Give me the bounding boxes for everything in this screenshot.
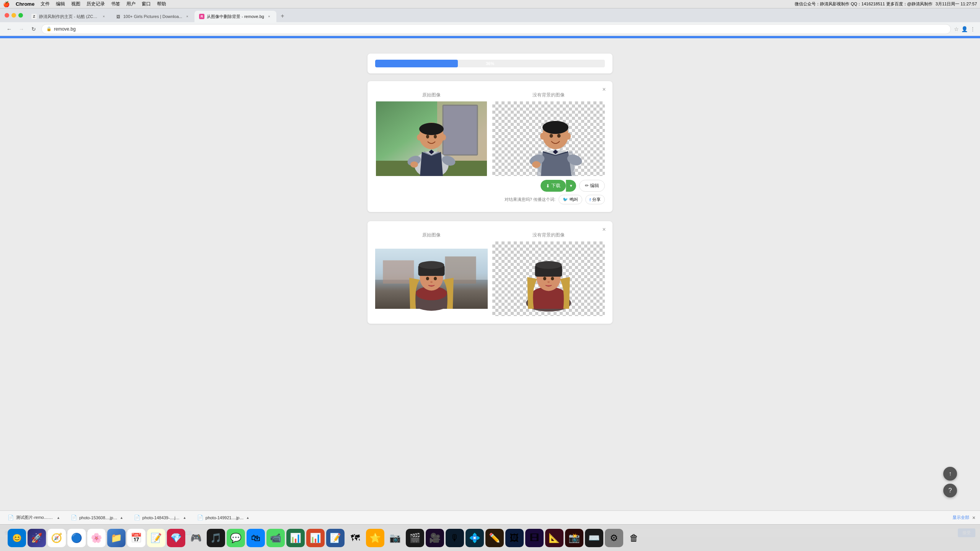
scroll-up-button[interactable]: ↑ <box>943 467 957 481</box>
photoshop-icon: 🖼 <box>510 533 519 543</box>
dock-ppt[interactable]: 📊 <box>306 529 325 547</box>
download-item-3[interactable]: 📄 photo-148439-....jp... ▲ <box>131 513 189 522</box>
card-1-close-button[interactable]: × <box>600 86 608 93</box>
dock-notes[interactable]: 📝 <box>147 529 165 547</box>
forward-button[interactable]: → <box>17 24 26 34</box>
tab-2-close[interactable]: × <box>185 14 190 19</box>
window-maximize[interactable] <box>18 13 23 18</box>
dock-photos[interactable]: 🌸 <box>87 529 106 547</box>
dock-illustrator[interactable]: ✏️ <box>485 529 504 547</box>
dock-systemprefs[interactable]: ⚙ <box>605 529 623 547</box>
dock-trash[interactable]: 🗑 <box>625 529 643 547</box>
indesign-icon: 📐 <box>549 533 560 543</box>
bookmark-icon[interactable]: ☆ <box>954 26 959 32</box>
menu-view[interactable]: 视图 <box>71 1 80 7</box>
svg-point-37 <box>430 281 433 283</box>
dock-quicktime[interactable]: 🎬 <box>406 529 424 547</box>
window-controls <box>5 13 23 18</box>
dock-photoshop[interactable]: 🖼 <box>505 529 524 547</box>
result-card-2: × 原始图像 <box>368 221 612 324</box>
dock-calendar[interactable]: 📅 <box>127 529 145 547</box>
aftereffects-icon: 🎥 <box>429 533 441 543</box>
apple-logo[interactable]: 🍎 <box>3 1 10 7</box>
result-image-section-2: 没有背景的图像 <box>492 232 605 316</box>
dock-aftereffects[interactable]: 🎥 <box>426 529 444 547</box>
dock-word[interactable]: 📝 <box>326 529 345 547</box>
original-image-section-2: 原始图像 <box>375 232 488 316</box>
download-chevron-2[interactable]: ▲ <box>120 516 123 520</box>
dock-indesign[interactable]: 📐 <box>545 529 564 547</box>
progress-bar-fill <box>375 60 458 67</box>
edit-button[interactable]: ✏ 编辑 <box>579 180 605 192</box>
extension-icon[interactable]: ⋮ <box>970 26 975 32</box>
gem-icon: 💎 <box>170 533 182 543</box>
menu-user[interactable]: 用户 <box>126 1 136 7</box>
dock-camera[interactable]: 📷 <box>386 529 404 547</box>
dock-games[interactable]: 🎮 <box>187 529 205 547</box>
download-item-1[interactable]: 📄 测试图片-remo....png ▲ <box>5 513 63 522</box>
profile-icon[interactable]: 👤 <box>961 26 968 32</box>
download-chevron-1[interactable]: ▲ <box>57 516 60 520</box>
app-name[interactable]: Chrome <box>16 1 34 7</box>
maps-icon: 🗺 <box>351 533 360 543</box>
dock-maps[interactable]: 🗺 <box>346 529 364 547</box>
dock-files[interactable]: 📁 <box>107 529 126 547</box>
back-button[interactable]: ← <box>5 24 14 34</box>
dock-launchpad[interactable]: 🚀 <box>28 529 46 547</box>
dock-safari[interactable]: 🧭 <box>47 529 66 547</box>
url-bar[interactable]: 🔒 remove.bg <box>41 24 951 34</box>
download-chevron-4[interactable]: ▲ <box>246 516 250 520</box>
dock-messages[interactable]: 💬 <box>227 529 245 547</box>
dock-finder[interactable]: 😊 <box>8 529 26 547</box>
checker-background-2 <box>492 241 605 316</box>
download-dropdown-button[interactable]: ▼ <box>566 180 576 192</box>
dock-facetime[interactable]: 📹 <box>266 529 285 547</box>
dock-sketch[interactable]: ⭐ <box>366 529 384 547</box>
tab-3-close[interactable]: × <box>266 14 272 19</box>
download-file-icon-4: 📄 <box>197 515 203 520</box>
refresh-button[interactable]: ↻ <box>29 24 38 34</box>
window-minimize[interactable] <box>11 13 16 18</box>
tweet-button[interactable]: 🐦 鸣叫 <box>559 195 582 204</box>
download-chevron-3[interactable]: ▲ <box>183 516 186 520</box>
menu-help[interactable]: 帮助 <box>157 1 166 7</box>
card-2-close-button[interactable]: × <box>600 226 608 233</box>
help-button[interactable]: ? <box>943 484 957 497</box>
close-downloads-button[interactable]: × <box>972 515 975 521</box>
dock-terminal[interactable]: ⌨️ <box>585 529 603 547</box>
download-name-3: photo-148439-....jp... <box>142 515 181 520</box>
download-item-2[interactable]: 📄 photo-153608....jpeg ▲ <box>68 513 126 522</box>
svg-point-10 <box>417 134 421 140</box>
menu-history[interactable]: 历史记录 <box>87 1 105 7</box>
dock-music[interactable]: 🎵 <box>207 529 225 547</box>
new-tab-button[interactable]: + <box>278 11 287 21</box>
premiere-icon: 🎞 <box>530 533 539 543</box>
tab-3[interactable]: R 从图像中删除背景 - remove.bg × <box>194 11 276 22</box>
svg-point-14 <box>410 161 418 168</box>
dock-chrome[interactable]: 🔵 <box>67 529 86 547</box>
tab-2[interactable]: 🖼 100+ Girls Pictures | Downloa... × <box>111 11 194 22</box>
dock-excel[interactable]: 📊 <box>286 529 305 547</box>
downloads-bar: 📄 测试图片-remo....png ▲ 📄 photo-153608....j… <box>0 510 980 524</box>
dock-dreamweaver[interactable]: 💠 <box>466 529 484 547</box>
window-close[interactable] <box>5 13 9 18</box>
dock-capturex[interactable]: 📸 <box>565 529 583 547</box>
share-button[interactable]: f 分享 <box>585 195 605 204</box>
dock-premiere[interactable]: 🎞 <box>525 529 544 547</box>
download-item-4[interactable]: 📄 photo-149921....jpeg ▲ <box>194 513 253 522</box>
dock-gem[interactable]: 💎 <box>167 529 185 547</box>
download-file-icon-1: 📄 <box>8 515 14 520</box>
dock-appstore[interactable]: 🛍 <box>247 529 265 547</box>
menu-file[interactable]: 文件 <box>41 1 50 7</box>
result-label-1: 没有背景的图像 <box>492 92 605 98</box>
show-all-downloads-button[interactable]: 显示全部 <box>952 515 969 520</box>
dock-audition[interactable]: 🎙 <box>446 529 464 547</box>
dock: 😊 🚀 🧭 🔵 🌸 📁 📅 📝 💎 🎮 🎵 💬 🛍 📹 📊 📊 <box>0 524 980 551</box>
download-button[interactable]: ⬇ 下载 <box>541 180 566 192</box>
menu-bookmarks[interactable]: 书签 <box>111 1 120 7</box>
tab-1-close[interactable]: × <box>101 14 106 19</box>
menu-edit[interactable]: 编辑 <box>56 1 65 7</box>
tab-1[interactable]: Z 静清风制作的主页 - 站酷 (ZCO... × <box>27 11 111 22</box>
menu-window[interactable]: 窗口 <box>142 1 151 7</box>
feedback-row: 对结果满意吗? 传播这个词: 🐦 鸣叫 f 分享 <box>505 195 605 204</box>
